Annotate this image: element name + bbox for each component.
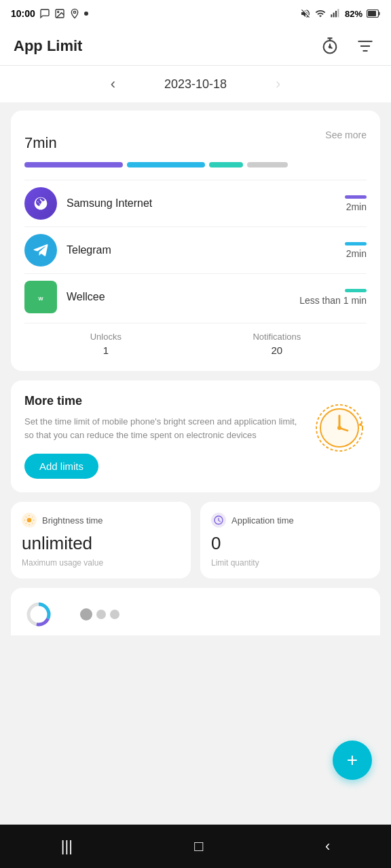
samsung-time: 2min [346, 201, 367, 212]
telegram-icon [24, 234, 57, 267]
nav-back-button[interactable]: ‹ [312, 832, 343, 861]
clock-icon [312, 401, 367, 455]
message-icon [39, 8, 50, 19]
telegram-time-wrapper: 2min [345, 242, 367, 259]
svg-rect-2 [331, 14, 332, 17]
svg-point-10 [329, 46, 331, 47]
current-date: 2023-10-18 [164, 77, 227, 92]
top-bar-icons [318, 34, 377, 58]
image-icon [54, 8, 65, 19]
brightness-card-header: Brightness time [22, 513, 180, 528]
top-bar: App Limit [0, 27, 391, 66]
timer-icon [320, 37, 339, 56]
progress-bar-0 [24, 162, 123, 167]
application-card-sub: Limit quantity [211, 558, 369, 568]
filter-icon-btn[interactable] [353, 34, 377, 58]
timer-icon-btn[interactable] [318, 34, 342, 58]
samsung-internet-name: Samsung Internet [67, 197, 345, 210]
wifi-icon [315, 8, 326, 19]
telegram-time: 2min [346, 248, 367, 259]
samsung-bar [345, 195, 367, 199]
total-time-display: 7min [24, 124, 57, 153]
wellcee-name: Wellcee [67, 291, 299, 303]
brightness-card-title: Brightness time [42, 515, 103, 526]
nav-recents-button[interactable]: ||| [48, 832, 86, 861]
fab-plus-icon: + [347, 751, 358, 770]
back-icon: ‹ [325, 837, 330, 854]
home-icon: □ [194, 837, 203, 854]
more-time-title: More time [24, 394, 301, 408]
date-nav: ‹ 2023-10-18 › [0, 66, 391, 102]
unlocks-value: 1 [103, 344, 109, 356]
donut-chart-hint [24, 600, 53, 629]
back-arrow[interactable]: ‹ [103, 73, 124, 96]
fab-add-button[interactable]: + [333, 741, 372, 780]
notifications-label: Notifications [253, 332, 301, 342]
nav-home-button[interactable]: □ [181, 832, 217, 861]
brightness-card-value: unlimited [22, 533, 180, 554]
svg-rect-8 [368, 11, 376, 16]
dot-icon [84, 12, 88, 16]
bottom-nav: ||| □ ‹ [0, 825, 391, 868]
status-time: 10:00 [11, 8, 35, 19]
unlocks-stat: Unlocks 1 [90, 332, 122, 356]
filter-icon [356, 37, 375, 56]
svg-rect-7 [379, 12, 380, 16]
telegram-name: Telegram [67, 244, 345, 256]
usage-header: 7min See more [24, 124, 367, 153]
app-item-telegram: Telegram 2min [24, 226, 367, 273]
more-time-desc: Set the time limit of mobile phone's bri… [24, 415, 301, 441]
progress-bar-1 [127, 162, 205, 167]
progress-bars [24, 162, 367, 167]
svg-point-22 [27, 518, 32, 523]
svg-point-14 [31, 194, 50, 213]
samsung-time-wrapper: 2min [345, 195, 367, 212]
app-item-samsung: Samsung Internet 2min [24, 180, 367, 226]
stats-row: Unlocks 1 Notifications 20 [24, 323, 367, 359]
bottom-hint-card [11, 588, 380, 635]
notifications-stat: Notifications 20 [253, 332, 301, 356]
telegram-bar [345, 242, 367, 245]
battery-icon [367, 9, 380, 18]
application-card-value: 0 [211, 533, 369, 554]
application-icon [211, 513, 226, 528]
forward-arrow[interactable]: › [267, 73, 288, 96]
wellcee-time: Less than 1 min [299, 295, 367, 306]
notifications-value: 20 [272, 344, 283, 356]
svg-point-1 [57, 12, 58, 13]
add-limits-button[interactable]: Add limits [24, 454, 98, 479]
more-time-card: More time Set the time limit of mobile p… [11, 380, 380, 492]
svg-rect-5 [337, 9, 339, 17]
progress-bar-3 [247, 162, 288, 167]
usage-card: 7min See more Samsung Internet [11, 111, 380, 371]
application-card-title: Application time [231, 515, 294, 526]
location-icon [69, 8, 80, 19]
limit-cards: Brightness time unlimited Maximum usage … [11, 502, 380, 578]
more-time-left: More time Set the time limit of mobile p… [24, 394, 312, 479]
wellcee-bar [345, 289, 367, 292]
brightness-card-sub: Maximum usage value [22, 558, 180, 568]
svg-rect-3 [333, 13, 335, 18]
application-time-card: Application time 0 Limit quantity [200, 502, 380, 578]
svg-point-21 [337, 426, 341, 430]
application-card-header: Application time [211, 513, 369, 528]
unlocks-label: Unlocks [90, 332, 122, 342]
brightness-icon [22, 513, 37, 528]
mute-icon [300, 8, 311, 19]
status-bar: 10:00 82% [0, 0, 391, 27]
wellcee-time-wrapper: Less than 1 min [299, 289, 367, 306]
svg-text:W: W [38, 296, 43, 302]
svg-rect-4 [335, 11, 337, 17]
battery-percentage: 82% [345, 9, 362, 19]
progress-bar-2 [209, 162, 243, 167]
samsung-internet-icon [24, 187, 57, 220]
status-right: 82% [300, 8, 380, 19]
main-content: 7min See more Samsung Internet [0, 102, 391, 711]
page-title: App Limit [14, 37, 82, 55]
brightness-time-card: Brightness time unlimited Maximum usage … [11, 502, 191, 578]
wellcee-icon: W [24, 281, 57, 313]
status-left: 10:00 [11, 8, 88, 19]
app-item-wellcee: W Wellcee Less than 1 min [24, 273, 367, 320]
dots-icon [80, 608, 119, 620]
see-more-link[interactable]: See more [325, 130, 367, 140]
